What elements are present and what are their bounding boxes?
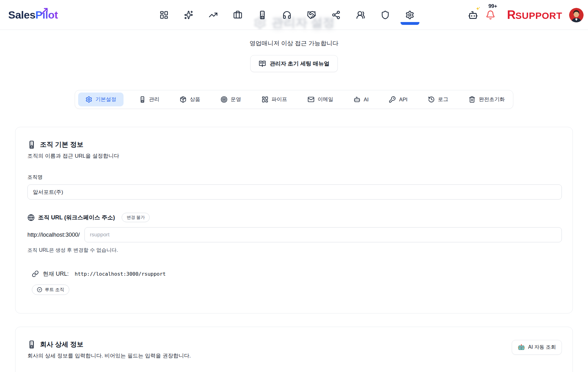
root-org-badge: 루트 조직 xyxy=(32,285,69,295)
robot-emoji-icon xyxy=(518,344,525,351)
globe-icon xyxy=(27,214,35,221)
briefcase-icon xyxy=(233,10,242,20)
package-icon xyxy=(180,96,187,103)
tab-api[interactable]: API xyxy=(384,93,412,106)
tab-operations[interactable]: 운영 xyxy=(216,93,246,106)
org-name-label: 조직명 xyxy=(27,174,562,181)
settings-icon xyxy=(405,10,414,20)
building-icon xyxy=(258,10,267,20)
logo-text-sales: Sales xyxy=(8,9,35,21)
admin-manual-button-label: 관리자 초기 세팅 매뉴얼 xyxy=(270,60,330,67)
nav-item-deals[interactable] xyxy=(233,10,242,20)
root-org-badge-label: 루트 조직 xyxy=(45,287,64,293)
tab-label: 완전초기화 xyxy=(479,96,505,103)
immutable-badge: 변경 불가 xyxy=(122,213,150,222)
notification-count-badge: 99+ xyxy=(488,3,497,9)
link-icon xyxy=(32,270,39,277)
nav-item-partnership[interactable] xyxy=(307,10,316,20)
sparkles-icon xyxy=(184,10,193,20)
tab-label: 운영 xyxy=(231,96,241,103)
tab-label: 기본설정 xyxy=(95,96,116,103)
org-url-label-row: 조직 URL (워크스페이스 주소) 변경 불가 xyxy=(27,213,562,222)
tab-label: API xyxy=(399,97,407,103)
logo-arrow-icon xyxy=(40,6,49,16)
building-icon xyxy=(27,140,36,149)
org-basic-info-card: 조직 기본 정보 조직의 이름과 접근 URL을 설정합니다 조직명 조직 UR… xyxy=(15,127,573,313)
current-url-row: 현재 URL: http://localhost:3000/rsupport xyxy=(32,270,562,278)
circle-check-icon xyxy=(37,287,42,292)
ai-auto-lookup-label: AI 자동 조회 xyxy=(528,344,556,351)
nav-item-dashboard[interactable] xyxy=(159,10,169,20)
current-url-label: 현재 URL: xyxy=(43,270,69,278)
current-url-value: http://localhost:3000/rsupport xyxy=(75,271,166,277)
tab-label: 로그 xyxy=(438,96,448,103)
nav-item-admin-settings[interactable] xyxy=(405,10,414,20)
admin-header-section: 영업매니저 이상 접근 가능합니다 관리자 초기 세팅 매뉴얼 xyxy=(0,39,588,72)
tab-manage[interactable]: 관리 xyxy=(134,93,164,106)
building-icon xyxy=(139,96,146,103)
chatbot-button[interactable] xyxy=(468,10,479,20)
nav-item-users[interactable] xyxy=(356,10,365,20)
notifications-button[interactable]: 99+ xyxy=(486,10,496,20)
tab-product[interactable]: 상품 xyxy=(175,93,205,106)
url-prefix: http://localhost:3000/ xyxy=(27,232,80,238)
org-url-input-row: http://localhost:3000/ xyxy=(27,227,562,242)
book-open-icon xyxy=(259,60,266,67)
share-icon xyxy=(331,10,341,20)
trash-icon xyxy=(469,96,476,103)
target-icon xyxy=(221,96,228,103)
users-icon xyxy=(356,10,365,20)
tab-full-reset[interactable]: 완전초기화 xyxy=(464,93,510,106)
org-card-subtitle: 조직의 이름과 접근 URL을 설정합니다 xyxy=(27,152,562,160)
tab-label: 파이프 xyxy=(272,96,287,103)
bot-icon xyxy=(354,96,360,103)
org-url-input[interactable] xyxy=(84,227,562,242)
tab-basic[interactable]: 기본설정 xyxy=(78,93,124,106)
org-url-label: 조직 URL (워크스페이스 주소) xyxy=(38,214,115,221)
bell-icon xyxy=(486,10,495,20)
sparkle-icon xyxy=(475,6,481,12)
org-card-title: 조직 기본 정보 xyxy=(27,140,562,149)
company-card-title: 회사 상세 정보 xyxy=(27,340,191,349)
nav-item-ai-assistant[interactable] xyxy=(184,10,193,20)
user-avatar[interactable] xyxy=(569,8,584,22)
settings-icon xyxy=(85,96,92,103)
tab-label: 관리 xyxy=(149,96,159,103)
layout-dashboard-icon xyxy=(159,10,169,20)
trending-up-icon xyxy=(209,10,218,20)
mail-icon xyxy=(308,96,314,103)
org-name-input[interactable] xyxy=(27,184,562,200)
handshake-icon xyxy=(307,10,316,20)
ai-auto-lookup-button[interactable]: AI 자동 조회 xyxy=(512,340,562,355)
tab-pipeline[interactable]: 파이프 xyxy=(257,93,292,106)
building-icon xyxy=(27,340,36,349)
tab-label: 상품 xyxy=(190,96,200,103)
layout-dashboard-icon xyxy=(262,96,268,103)
salespilot-logo[interactable]: SalesPilot xyxy=(8,9,58,21)
nav-item-organization[interactable] xyxy=(258,10,267,20)
tab-logs[interactable]: 로그 xyxy=(423,93,453,106)
admin-manual-button[interactable]: 관리자 초기 세팅 매뉴얼 xyxy=(250,55,338,72)
org-url-help: 조직 URL은 생성 후 변경할 수 없습니다. xyxy=(27,247,562,254)
shield-icon xyxy=(381,10,390,20)
settings-tab-bar: 기본설정 관리 상품 운영 파이프 이메일 AI xyxy=(75,90,513,109)
rsupport-logo: RSUPPORT xyxy=(507,8,562,22)
main-nav xyxy=(159,0,414,30)
tab-label: AI xyxy=(364,97,369,103)
nav-item-security[interactable] xyxy=(381,10,390,20)
headphones-icon xyxy=(282,10,291,20)
history-icon xyxy=(428,96,435,103)
access-note: 영업매니저 이상 접근 가능합니다 xyxy=(0,39,588,48)
tab-ai[interactable]: AI xyxy=(349,93,374,106)
top-navbar: 관리자 설정 SalesPilot xyxy=(0,0,588,30)
navbar-right-cluster: 99+ RSUPPORT xyxy=(468,0,584,30)
company-detail-card: 회사 상세 정보 회사의 상세 정보를 입력합니다. 비어있는 필드는 입력을 … xyxy=(15,327,573,372)
key-icon xyxy=(389,96,396,103)
tab-label: 이메일 xyxy=(318,96,333,103)
nav-item-share[interactable] xyxy=(331,10,341,20)
company-card-subtitle: 회사의 상세 정보를 입력합니다. 비어있는 필드는 입력을 권장합니다. xyxy=(27,352,191,359)
nav-item-support[interactable] xyxy=(282,10,291,20)
tab-email[interactable]: 이메일 xyxy=(303,93,338,106)
nav-item-analytics[interactable] xyxy=(209,10,218,20)
